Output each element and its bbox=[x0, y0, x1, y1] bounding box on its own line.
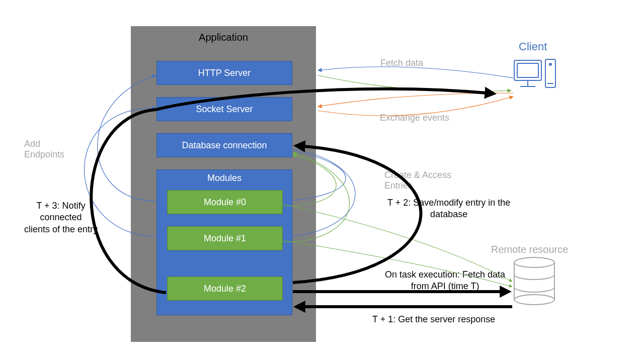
t1-label: T + 1: Get the server response bbox=[372, 314, 495, 325]
modules-container: Modules Module #0 Module #1 Module #2 bbox=[156, 169, 292, 315]
svg-rect-1 bbox=[517, 63, 538, 77]
fetch-data-label: Fetch data bbox=[380, 58, 423, 68]
arrow-fetch-data bbox=[318, 67, 513, 78]
on-task-label: On task execution: Fetch data from API (… bbox=[385, 269, 505, 293]
modules-title: Modules bbox=[157, 173, 292, 184]
module-0-box: Module #0 bbox=[167, 190, 283, 214]
module-1-box: Module #1 bbox=[167, 226, 283, 250]
module-2-box: Module #2 bbox=[167, 277, 283, 301]
svg-rect-0 bbox=[514, 60, 541, 80]
svg-rect-4 bbox=[545, 59, 555, 87]
diagram-overlay bbox=[0, 0, 644, 362]
exchange-events-label: Exchange events bbox=[380, 113, 449, 123]
add-endpoints-label: Add Endpoints bbox=[24, 139, 64, 160]
http-server-box: HTTP Server bbox=[156, 61, 292, 85]
arrow-fetch-response bbox=[318, 75, 511, 92]
socket-server-box: Socket Server bbox=[156, 97, 292, 121]
database-connection-box: Database connection bbox=[156, 133, 292, 157]
svg-point-7 bbox=[514, 257, 554, 267]
application-title: Application bbox=[131, 32, 315, 43]
svg-point-8 bbox=[514, 295, 554, 305]
svg-point-5 bbox=[549, 63, 551, 65]
client-label: Client bbox=[519, 40, 547, 53]
t2-label: T + 2: Save/modify entry in the database bbox=[387, 197, 510, 221]
create-access-label: Create & Access Entries bbox=[384, 170, 451, 191]
remote-resource-label: Remote resource bbox=[491, 244, 568, 255]
application-container: Application HTTP Server Socket Server Da… bbox=[131, 26, 316, 342]
arrow-exchange-out bbox=[318, 93, 513, 107]
t3-label: T + 3: Notify connected clients of the e… bbox=[24, 200, 98, 235]
client-icon bbox=[514, 59, 555, 87]
database-icon bbox=[514, 257, 554, 305]
